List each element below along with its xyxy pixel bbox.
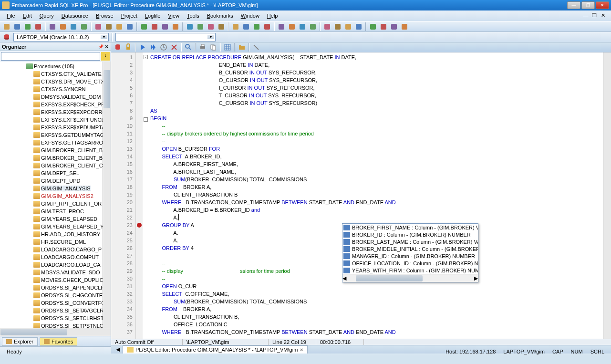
fold-column[interactable]: -- (143, 52, 148, 339)
tree-item[interactable]: GIM.BROKER_CLIENT_C (0, 162, 111, 169)
doc-minimize-button[interactable]: — (582, 12, 589, 19)
tree-item[interactable]: LOADCARGO.COMPUT (0, 253, 111, 261)
chevron-down-icon[interactable]: ▼ (101, 35, 107, 39)
menu-bookmarks[interactable]: Bookmarks (203, 12, 237, 20)
autocomplete-item[interactable]: OFFICE_LOCATION_ID : Column - (GIM.BROKE… (342, 260, 478, 267)
toolbar-button-17[interactable] (196, 22, 205, 31)
tree-hscrollbar[interactable] (0, 328, 111, 336)
toolbar-button-22[interactable] (252, 22, 261, 31)
tree-item[interactable]: EXFSYS.EXF$CHECK_PR (0, 101, 111, 108)
breakpoint-icon[interactable] (137, 223, 142, 228)
tree-item[interactable]: EXFSYS.EXF$EXPFUNCLI (0, 116, 111, 124)
schema-combo[interactable]: ▼ (115, 33, 216, 42)
menu-query[interactable]: Query (36, 12, 58, 20)
toolbar-button-2[interactable] (23, 22, 32, 31)
tools-icon[interactable] (251, 42, 261, 52)
procedure-tree[interactable]: Procedures (105)CTXSYS.CTX_VALIDATECTXSY… (0, 62, 111, 328)
toolbar-button-18[interactable] (206, 22, 216, 31)
tree-item[interactable]: EXFSYS.GETTAGSARRO (0, 139, 111, 146)
organizer-tab-favorites[interactable]: Favorites (40, 337, 77, 346)
tab-nav-left[interactable]: ◀ (113, 346, 123, 353)
tree-item[interactable]: EXFSYS.EXF$EXPCORRC (0, 108, 111, 116)
tree-item[interactable]: MDSYS.VALIDATE_SDO (0, 269, 111, 276)
tree-item[interactable]: DMSYS.VALIDATE_ODM (0, 93, 111, 101)
tree-item[interactable]: MOVIES.CHECK_DUPLIC (0, 276, 111, 284)
toolbar-button-11[interactable] (125, 22, 135, 31)
search-go-button[interactable]: ↓ (101, 52, 110, 61)
print-icon[interactable] (198, 42, 207, 52)
folder-icon[interactable] (237, 42, 247, 52)
toolbar-button-6[interactable] (69, 22, 78, 31)
autocomplete-item[interactable]: MANAGER_ID : Column - (GIM.BROKER) NUMBE… (342, 252, 478, 260)
tree-item[interactable]: EXFSYS.EXF$XPDUMPTA (0, 124, 111, 131)
autocomplete-popup[interactable]: BROKER_FIRST_NAME : Column - (GIM.BROKER… (342, 223, 478, 282)
toolbar-button-27[interactable] (308, 22, 318, 31)
menu-file[interactable]: File (3, 12, 19, 20)
doc-close-button[interactable]: ✕ (600, 12, 606, 19)
toolbar-button-8[interactable] (93, 22, 103, 31)
tree-item[interactable]: GIM.YEARS_ELAPSED_Y (0, 223, 111, 230)
toolbar-button-24[interactable] (277, 22, 286, 31)
toolbar-button-0[interactable] (2, 22, 11, 31)
connection-combo[interactable]: LAPTOP_VM (Oracle 10.1.0.2) ▼ (13, 33, 109, 42)
toolbar-button-10[interactable] (114, 22, 124, 31)
toolbar-button-3[interactable] (33, 22, 43, 31)
autocomplete-item[interactable]: BROKER_MIDDLE_INITIAL : Column - (GIM.BR… (342, 245, 478, 252)
tree-item[interactable]: ORDSYS.SI_SETPSTNLCL (0, 322, 111, 328)
menu-datasource[interactable]: Datasource (58, 12, 92, 20)
toolbar-button-12[interactable] (139, 22, 149, 31)
tree-item[interactable]: CTXSYS.DRI_MOVE_CTX (0, 78, 111, 85)
tree-item[interactable]: ORDSYS.SI_CHGCONTE (0, 291, 111, 299)
tree-item[interactable]: ORDSYS.SI_SETCLRHSTC (0, 314, 111, 322)
tree-item[interactable]: GIM.P_RPT_CLIENT_OR (0, 200, 111, 208)
chevron-down-icon[interactable]: ▼ (207, 35, 214, 39)
tree-item[interactable]: CTXSYS.SYNCRN (0, 85, 111, 93)
menu-browse[interactable]: Browse (92, 12, 117, 20)
tree-item[interactable]: GIM.TEST_PROC (0, 208, 111, 215)
find-icon[interactable] (184, 42, 193, 52)
tree-item[interactable]: LOADCARGO.CARGO_P (0, 246, 111, 253)
run-icon[interactable] (138, 42, 147, 52)
toolbar-button-14[interactable] (160, 22, 170, 31)
autocomplete-item[interactable]: BROKER_ID : Column - (GIM.BROKER) NUMBER (342, 231, 478, 238)
tree-item[interactable]: GIM.DEPT_UPD (0, 177, 111, 185)
copy-icon[interactable] (208, 42, 218, 52)
step-icon[interactable] (148, 42, 158, 52)
tree-root[interactable]: Procedures (105) (0, 62, 111, 70)
tree-item[interactable]: GIM.BROKER_CLIENT_B (0, 154, 111, 162)
toolbar-button-26[interactable] (298, 22, 307, 31)
autocomplete-item[interactable]: BROKER_FIRST_NAME : Column - (GIM.BROKER… (342, 224, 478, 231)
toolbar-button-25[interactable] (287, 22, 297, 31)
menu-window[interactable]: Window (237, 12, 263, 20)
organizer-tab-explorer[interactable]: Explorer (2, 337, 38, 346)
datasource-icon[interactable] (2, 32, 11, 42)
tree-item[interactable]: HR.ADD_JOB_HISTORY (0, 230, 111, 238)
menu-help[interactable]: Help (263, 12, 282, 20)
lock-icon[interactable] (124, 42, 133, 52)
menu-tools[interactable]: Tools (183, 12, 203, 20)
maximize-button[interactable]: ❐ (581, 1, 595, 9)
toolbar-button-15[interactable] (171, 22, 180, 31)
toolbar-button-9[interactable] (104, 22, 114, 31)
tree-item[interactable]: ORDSYS.SI_CONVERTFC (0, 299, 111, 307)
autocomplete-hscrollbar[interactable]: ◀▶ (342, 274, 478, 282)
toolbar-button-20[interactable] (231, 22, 240, 31)
editor-vscrollbar[interactable] (603, 52, 611, 339)
close-button[interactable]: ✕ (596, 1, 609, 9)
breakpoint-column[interactable] (136, 52, 143, 339)
database-icon[interactable] (113, 42, 123, 52)
tree-item[interactable]: CTXSYS.CTX_VALIDATE (0, 70, 111, 78)
toolbar-button-32[interactable] (368, 22, 378, 31)
toolbar-button-28[interactable] (322, 22, 332, 31)
organizer-search-input[interactable] (1, 52, 100, 61)
tree-item[interactable]: GIM.GIM_ANALYSIS (0, 185, 111, 192)
tree-item[interactable]: HR.SECURE_DML (0, 238, 111, 246)
menu-edit[interactable]: Edit (19, 12, 36, 20)
tab-close-button[interactable]: ✕ (300, 347, 303, 353)
toolbar-button-31[interactable] (354, 22, 363, 31)
toolbar-button-4[interactable] (48, 22, 57, 31)
toolbar-button-30[interactable] (343, 22, 353, 31)
document-tab[interactable]: PL/SQL Editor: Procedure GIM.GIM_ANALYSI… (123, 345, 308, 354)
minimize-button[interactable]: — (567, 1, 580, 9)
toolbar-button-23[interactable] (262, 22, 272, 31)
